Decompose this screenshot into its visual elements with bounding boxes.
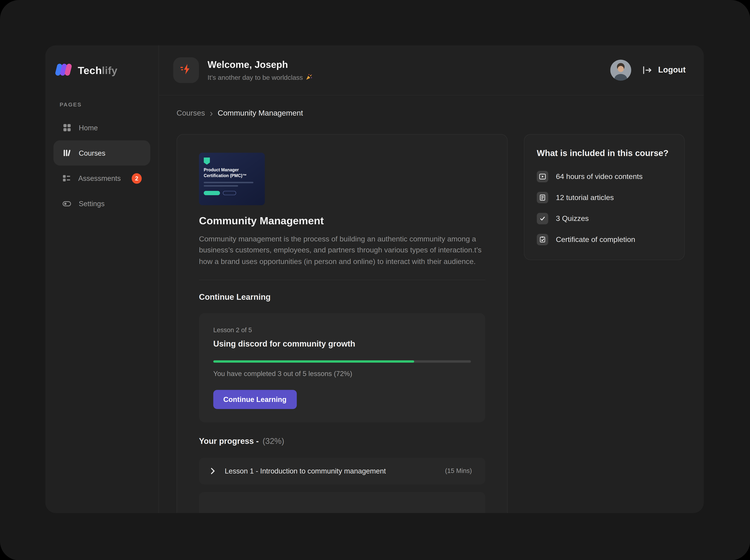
your-progress-heading: Your progress - (32%) (199, 437, 485, 446)
progress-bar-fill (213, 360, 414, 363)
logout-button[interactable]: Logout (658, 65, 686, 75)
included-item: 3 Quizzes (537, 213, 672, 224)
included-item-label: 12 tutorial articles (556, 193, 614, 202)
sidebar-item-label: Settings (79, 199, 105, 208)
screen: Techlify PAGES Home (0, 0, 750, 560)
sidebar-nav: Home Courses (45, 115, 158, 216)
sidebar-section-label: PAGES (60, 102, 158, 107)
party-emoji-icon (306, 73, 312, 81)
course-description: Community management is the process of b… (199, 234, 485, 267)
assessments-badge: 2 (132, 173, 142, 183)
welcome-block: Welcome, Joseph It’s another day to be w… (208, 59, 312, 81)
lesson-row[interactable]: Lesson 1 - Introduction to community man… (199, 458, 485, 484)
course-thumbnail: Product Manager Certification (PMC)™ (199, 153, 265, 205)
thumbnail-title: Product Manager Certification (PMC)™ (204, 167, 260, 179)
sidebar-item-label: Courses (79, 149, 105, 157)
sidebar: Techlify PAGES Home (45, 45, 159, 513)
continue-learning-heading: Continue Learning (199, 293, 485, 302)
course-detail-card: Product Manager Certification (PMC)™ Com… (177, 134, 508, 513)
course-title: Community Management (199, 215, 485, 227)
welcome-title: Welcome, Joseph (208, 59, 312, 70)
brand-name-light: lify (102, 64, 117, 76)
sidebar-item-label: Assessments (78, 174, 121, 182)
home-grid-icon (62, 124, 72, 132)
sidebar-item-courses[interactable]: Courses (54, 140, 150, 166)
included-item: Certificate of completion (537, 234, 672, 245)
thumbnail-pills (204, 191, 260, 195)
assessments-list-icon (62, 174, 71, 182)
content: Courses › Community Management Product M… (159, 96, 704, 513)
header-right: Logout (610, 60, 686, 81)
brand-logo-icon (55, 62, 73, 79)
thumbnail-text-bar (204, 185, 238, 187)
brand-logo: Techlify (55, 62, 158, 79)
brand-name-bold: Tech (78, 64, 102, 76)
avatar[interactable] (610, 60, 631, 81)
continue-learning-button[interactable]: Continue Learning (213, 390, 297, 409)
quiz-check-icon (537, 213, 548, 224)
thumbnail-title-line2: Certification (PMC)™ (204, 173, 260, 179)
brand-name: Techlify (78, 64, 117, 77)
chevron-right-icon (208, 466, 217, 475)
breadcrumb-parent[interactable]: Courses (177, 109, 205, 117)
included-item: 64 hours of video contents (537, 171, 672, 182)
sidebar-item-settings[interactable]: Settings (54, 191, 150, 216)
thumbnail-title-line1: Product Manager (204, 167, 260, 173)
welcome-subtitle: It’s another day to be worldclass (208, 73, 312, 81)
header: Welcome, Joseph It’s another day to be w… (159, 45, 704, 96)
course-included-card: What is included in this course? 64 hour… (524, 134, 685, 260)
included-card-title: What is included in this course? (537, 148, 672, 158)
certificate-icon (537, 234, 548, 245)
logout-icon[interactable] (642, 65, 652, 75)
included-item: 12 tutorial articles (537, 192, 672, 203)
thumbnail-pill (204, 191, 220, 195)
progress-bar (213, 360, 471, 363)
included-item-label: Certificate of completion (556, 235, 635, 244)
sidebar-item-home[interactable]: Home (54, 115, 150, 140)
main-area: Welcome, Joseph It’s another day to be w… (159, 45, 704, 513)
lesson-count-label: Lesson 2 of 5 (213, 326, 471, 333)
app-window: Techlify PAGES Home (45, 45, 704, 513)
article-icon (537, 192, 548, 203)
settings-toggle-icon (62, 199, 72, 208)
your-progress-label: Your progress - (199, 437, 259, 446)
sidebar-item-label: Home (79, 124, 98, 132)
shield-icon (204, 158, 210, 165)
continue-learning-card: Lesson 2 of 5 Using discord for communit… (199, 313, 485, 422)
courses-library-icon (62, 149, 72, 157)
thumbnail-pill (223, 191, 236, 195)
included-item-label: 64 hours of video contents (556, 172, 643, 181)
video-icon (537, 171, 548, 182)
your-progress-percent: (32%) (263, 437, 284, 446)
welcome-icon-box (173, 57, 199, 83)
content-columns: Product Manager Certification (PMC)™ Com… (177, 134, 686, 513)
breadcrumb-chevron-icon: › (210, 109, 213, 117)
lesson-row-partial[interactable] (199, 492, 485, 513)
included-item-label: 3 Quizzes (556, 214, 589, 223)
breadcrumb-current: Community Management (218, 109, 303, 117)
progress-text: You have completed 3 out of 5 lessons (7… (213, 370, 471, 377)
divider (199, 280, 485, 280)
welcome-subtitle-text: It’s another day to be worldclass (208, 74, 303, 81)
breadcrumb: Courses › Community Management (177, 109, 686, 117)
thumbnail-text-bar (204, 182, 253, 183)
lesson-row-title: Lesson 1 - Introduction to community man… (225, 467, 386, 475)
lightning-bolt-icon (180, 63, 192, 77)
sidebar-item-assessments[interactable]: Assessments 2 (54, 165, 150, 191)
lesson-row-duration: (15 Mins) (445, 467, 472, 475)
current-lesson-title: Using discord for community growth (213, 339, 471, 349)
